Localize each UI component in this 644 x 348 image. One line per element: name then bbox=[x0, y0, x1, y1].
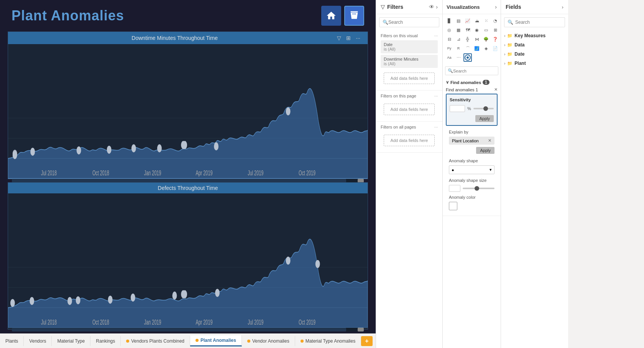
add-data-visual-btn[interactable]: Add data fields here bbox=[384, 73, 435, 84]
viz-search-input[interactable] bbox=[453, 69, 496, 73]
defects-chart-scroll[interactable] bbox=[12, 328, 364, 332]
factory-nav-icon[interactable] bbox=[344, 6, 364, 26]
explain-by-tag: Plant Location ✕ bbox=[449, 137, 495, 145]
tab-plant-anomalies[interactable]: Plant Anomalies bbox=[190, 335, 242, 346]
tab-vendors[interactable]: Vendors bbox=[24, 336, 52, 346]
viz-paginated-icon[interactable]: 📄 bbox=[491, 44, 499, 53]
viz-decomp-icon[interactable]: 🌳 bbox=[482, 35, 490, 43]
viz-line-chart-icon[interactable]: 📈 bbox=[463, 16, 472, 25]
filters-on-page-more[interactable]: ··· bbox=[434, 94, 438, 98]
filters-all-pages-more[interactable]: ··· bbox=[434, 125, 438, 129]
fields-panel: Fields › 🔍 › 📁 Key Measures bbox=[501, 0, 568, 348]
viz-funnel-icon[interactable]: ⊿ bbox=[454, 35, 463, 43]
viz-python-icon[interactable]: Py bbox=[445, 44, 453, 53]
chart-more-icon[interactable]: ··· bbox=[354, 34, 362, 42]
filters-on-page-title: Filters on this page ··· bbox=[381, 94, 438, 98]
home-nav-icon[interactable] bbox=[321, 6, 341, 26]
fields-search-input[interactable] bbox=[515, 20, 562, 25]
sensitivity-apply-btn[interactable]: Apply bbox=[475, 115, 494, 122]
add-data-page-btn[interactable]: Add data fields here bbox=[384, 104, 435, 115]
field-group-data-folder-icon: 📁 bbox=[507, 43, 513, 48]
viz-more1-icon[interactable]: ⋯ bbox=[454, 53, 463, 62]
viz-stacked-bar-icon[interactable]: ▤ bbox=[454, 16, 463, 25]
tab-vendor-anomalies[interactable]: Vendor Anomalies bbox=[242, 336, 295, 346]
field-group-date-folder-icon: 📁 bbox=[507, 52, 513, 57]
filters-expand-btn[interactable]: › bbox=[436, 4, 438, 10]
filter-item-downtime[interactable]: Downtime Minutes is (All) bbox=[381, 55, 438, 68]
viz-r-icon[interactable]: R bbox=[454, 44, 463, 53]
visualizations-panel: Visualizations › ▊ ▤ 📈 ⛰ ⁙ ◔ ◎ ▦ 🗺 ◉ ▭ ⊞ bbox=[443, 0, 501, 348]
viz-area-chart-icon[interactable]: ⛰ bbox=[473, 16, 481, 25]
filters-header-actions: 👁 › bbox=[429, 4, 438, 10]
filters-view-btn[interactable]: 👁 bbox=[429, 4, 434, 10]
viz-donut-icon[interactable]: ◎ bbox=[445, 26, 453, 34]
viz-map-icon[interactable]: 🗺 bbox=[463, 26, 472, 34]
sensitivity-control: 70 % bbox=[450, 105, 494, 112]
vendor-anomalies-anomaly-dot bbox=[247, 340, 250, 343]
viz-search-box[interactable]: 🔍 bbox=[445, 66, 498, 75]
viz-gauge-icon[interactable]: ◉ bbox=[473, 26, 481, 34]
field-group-data-header[interactable]: › 📁 Data bbox=[504, 41, 565, 49]
svg-text:Oct 2018: Oct 2018 bbox=[92, 168, 109, 176]
field-group-plant-header[interactable]: › 📁 Plant bbox=[504, 59, 565, 67]
anomaly-size-slider[interactable] bbox=[463, 188, 495, 189]
filters-search-icon: 🔍 bbox=[383, 20, 388, 25]
defects-chart-svg: Jul 2018 Oct 2018 Jan 2019 Apr 2019 Jul … bbox=[8, 193, 368, 328]
anomaly-shape-chevron-icon: ▾ bbox=[490, 167, 492, 172]
tab-rankings[interactable]: Rankings bbox=[90, 336, 121, 346]
viz-waterfall-icon[interactable]: ╬ bbox=[463, 35, 472, 43]
filters-panel-title: ▽ Filters bbox=[381, 4, 403, 10]
viz-anomaly-selected-icon[interactable] bbox=[463, 53, 472, 62]
svg-point-38 bbox=[108, 295, 113, 303]
filters-search-input[interactable] bbox=[388, 20, 436, 25]
fields-expand-btn[interactable]: › bbox=[562, 4, 564, 10]
field-group-folder-icon: 📁 bbox=[507, 33, 513, 38]
tab-material-type[interactable]: Material Type bbox=[52, 336, 90, 346]
filter-item-date[interactable]: Date is (All) bbox=[381, 40, 438, 53]
viz-pie-icon[interactable]: ◔ bbox=[491, 16, 499, 25]
viz-ribbon-icon[interactable]: ⋈ bbox=[473, 35, 481, 43]
svg-point-45 bbox=[315, 260, 320, 268]
viz-smart-narr-icon[interactable]: Aa bbox=[445, 53, 453, 62]
field-group-key-measures-header[interactable]: › 📁 Key Measures bbox=[504, 32, 565, 40]
anomaly-size-input[interactable]: 5 bbox=[449, 185, 460, 192]
sensitivity-slider[interactable] bbox=[473, 108, 494, 109]
find-anomalies-close-btn[interactable]: ✕ bbox=[494, 87, 498, 92]
anomaly-shape-dropdown[interactable]: ● ▾ bbox=[449, 165, 495, 174]
viz-filled-map-icon[interactable]: 🗾 bbox=[473, 44, 481, 53]
svg-text:Oct 2019: Oct 2019 bbox=[299, 168, 315, 176]
viz-shape-map-icon[interactable]: ◈ bbox=[482, 44, 490, 53]
find-anomalies-item-label[interactable]: Find anomalies 1 bbox=[446, 87, 478, 92]
sensitivity-pct: % bbox=[467, 106, 471, 111]
tab-plants[interactable]: Plants bbox=[0, 336, 24, 346]
sensitivity-input[interactable]: 70 bbox=[450, 105, 465, 112]
fields-search-box[interactable]: 🔍 bbox=[504, 17, 565, 27]
viz-card-icon[interactable]: ▭ bbox=[482, 26, 490, 34]
svg-point-22 bbox=[214, 142, 219, 150]
viz-bar-chart-icon[interactable]: ▊ bbox=[445, 16, 453, 25]
explain-tag-remove-btn[interactable]: ✕ bbox=[488, 138, 491, 143]
svg-point-36 bbox=[67, 297, 72, 305]
viz-table-icon[interactable]: ⊞ bbox=[491, 26, 499, 34]
viz-scatter-icon[interactable]: ⁙ bbox=[482, 16, 490, 25]
chart-expand-icon[interactable]: ⊞ bbox=[345, 34, 352, 42]
anomaly-color-swatch[interactable] bbox=[449, 202, 457, 210]
tab-vendors-plants[interactable]: Vendors Plants Combined bbox=[121, 336, 190, 346]
viz-treemap-icon[interactable]: ▦ bbox=[454, 26, 463, 34]
svg-point-37 bbox=[76, 296, 80, 304]
filters-on-visual-more[interactable]: ··· bbox=[434, 33, 438, 38]
filters-search-box[interactable]: 🔍 bbox=[379, 17, 439, 27]
add-data-all-pages-btn[interactable]: Add data fields here bbox=[384, 135, 435, 146]
field-group-plant-expand-icon: › bbox=[504, 61, 505, 66]
field-group-data: › 📁 Data bbox=[504, 41, 565, 49]
viz-matrix-icon[interactable]: ⊟ bbox=[445, 35, 453, 43]
viz-qa-icon[interactable]: ❓ bbox=[491, 35, 499, 43]
viz-expand-btn[interactable]: › bbox=[495, 4, 497, 10]
field-group-date-header[interactable]: › 📁 Date bbox=[504, 50, 565, 58]
viz-arc-icon[interactable]: ⌒ bbox=[463, 44, 472, 53]
explain-apply-btn[interactable]: Apply bbox=[476, 147, 495, 154]
tab-material-anomalies[interactable]: Material Type Anomalies bbox=[295, 336, 361, 346]
filter-icon: ▽ bbox=[381, 4, 385, 10]
chart-filter-icon[interactable]: ▽ bbox=[335, 34, 343, 42]
add-tab-button[interactable]: + bbox=[361, 336, 372, 346]
